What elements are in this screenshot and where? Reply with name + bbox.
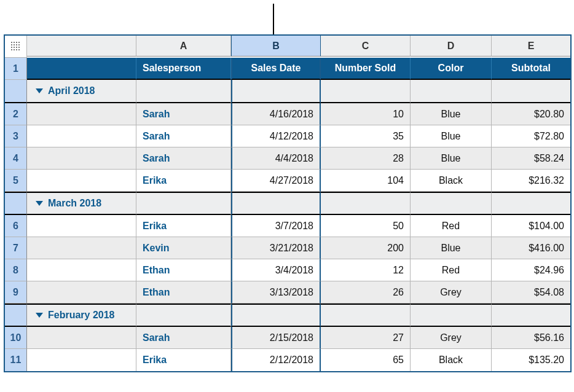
row-name-blank[interactable]: [27, 237, 136, 259]
row-number[interactable]: 3: [5, 125, 27, 147]
cell-subtotal[interactable]: $216.32: [492, 170, 570, 192]
cell-salesperson[interactable]: Erika: [136, 349, 231, 371]
cell-salesperson[interactable]: Sarah: [136, 147, 231, 170]
group-cell-d[interactable]: [411, 192, 492, 215]
cell-color[interactable]: Blue: [411, 147, 492, 170]
cell-sales-date[interactable]: 3/21/2018: [231, 237, 321, 259]
column-header-name-blank[interactable]: [27, 36, 136, 57]
cell-subtotal[interactable]: $54.08: [492, 281, 570, 304]
group-cell-a[interactable]: [136, 192, 231, 215]
header-number-sold[interactable]: Number Sold: [321, 58, 411, 80]
row-name-blank[interactable]: [27, 147, 136, 170]
cell-salesperson[interactable]: Erika: [136, 215, 231, 237]
column-header-c[interactable]: C: [321, 36, 411, 57]
group-cell-c[interactable]: [321, 80, 411, 103]
header-name-blank[interactable]: [27, 58, 136, 80]
cell-color[interactable]: Red: [411, 259, 492, 281]
group-cell-c[interactable]: [321, 192, 411, 215]
cell-number-sold[interactable]: 12: [321, 259, 411, 281]
cell-salesperson[interactable]: Ethan: [136, 281, 231, 304]
row-number[interactable]: 5: [5, 170, 27, 192]
row-number-blank[interactable]: [5, 80, 27, 103]
row-number[interactable]: 2: [5, 103, 27, 125]
row-name-blank[interactable]: [27, 327, 136, 349]
cell-sales-date[interactable]: 4/12/2018: [231, 125, 321, 147]
cell-subtotal[interactable]: $56.16: [492, 327, 570, 349]
group-cell-e[interactable]: [492, 304, 570, 327]
group-cell-b[interactable]: [231, 192, 321, 215]
column-header-d[interactable]: D: [411, 36, 492, 57]
cell-color[interactable]: Black: [411, 170, 492, 192]
cell-salesperson[interactable]: Sarah: [136, 125, 231, 147]
row-number[interactable]: 9: [5, 281, 27, 304]
header-salesperson[interactable]: Salesperson: [136, 58, 231, 80]
cell-color[interactable]: Blue: [411, 125, 492, 147]
cell-color[interactable]: Grey: [411, 281, 492, 304]
row-name-blank[interactable]: [27, 125, 136, 147]
cell-number-sold[interactable]: 28: [321, 147, 411, 170]
select-all-handle[interactable]: [5, 36, 27, 58]
cell-subtotal[interactable]: $135.20: [492, 349, 570, 371]
cell-salesperson[interactable]: Sarah: [136, 327, 231, 349]
cell-number-sold[interactable]: 50: [321, 215, 411, 237]
group-cell-d[interactable]: [411, 304, 492, 327]
cell-salesperson[interactable]: Erika: [136, 170, 231, 192]
group-cell-a[interactable]: [136, 304, 231, 327]
row-name-blank[interactable]: [27, 349, 136, 371]
group-cell-c[interactable]: [321, 304, 411, 327]
cell-number-sold[interactable]: 65: [321, 349, 411, 371]
cell-number-sold[interactable]: 104: [321, 170, 411, 192]
cell-number-sold[interactable]: 27: [321, 327, 411, 349]
cell-salesperson[interactable]: Sarah: [136, 103, 231, 125]
cell-subtotal[interactable]: $24.96: [492, 259, 570, 281]
cell-number-sold[interactable]: 35: [321, 125, 411, 147]
cell-subtotal[interactable]: $58.24: [492, 147, 570, 170]
cell-sales-date[interactable]: 4/4/2018: [231, 147, 321, 170]
group-toggle[interactable]: April 2018: [27, 80, 136, 103]
row-number[interactable]: 4: [5, 147, 27, 170]
cell-subtotal[interactable]: $416.00: [492, 237, 570, 259]
group-cell-a[interactable]: [136, 80, 231, 103]
header-color[interactable]: Color: [411, 58, 492, 80]
cell-number-sold[interactable]: 10: [321, 103, 411, 125]
cell-color[interactable]: Grey: [411, 327, 492, 349]
cell-subtotal[interactable]: $104.00: [492, 215, 570, 237]
row-name-blank[interactable]: [27, 103, 136, 125]
row-number[interactable]: 10: [5, 327, 27, 349]
cell-number-sold[interactable]: 26: [321, 281, 411, 304]
group-toggle[interactable]: March 2018: [27, 192, 136, 215]
column-header-a[interactable]: A: [136, 36, 231, 57]
row-name-blank[interactable]: [27, 281, 136, 304]
cell-sales-date[interactable]: 4/16/2018: [231, 103, 321, 125]
row-number[interactable]: 7: [5, 237, 27, 259]
row-name-blank[interactable]: [27, 170, 136, 192]
cell-sales-date[interactable]: 3/4/2018: [231, 259, 321, 281]
cell-salesperson[interactable]: Kevin: [136, 237, 231, 259]
row-number-1[interactable]: 1: [5, 58, 27, 80]
cell-sales-date[interactable]: 3/13/2018: [231, 281, 321, 304]
cell-color[interactable]: Blue: [411, 103, 492, 125]
group-cell-b[interactable]: [231, 80, 321, 103]
row-number[interactable]: 6: [5, 215, 27, 237]
cell-subtotal[interactable]: $72.80: [492, 125, 570, 147]
group-toggle[interactable]: February 2018: [27, 304, 136, 327]
group-cell-e[interactable]: [492, 80, 570, 103]
column-header-e[interactable]: E: [492, 36, 570, 57]
cell-sales-date[interactable]: 2/15/2018: [231, 327, 321, 349]
column-header-b[interactable]: B: [231, 36, 321, 57]
cell-subtotal[interactable]: $20.80: [492, 103, 570, 125]
cell-salesperson[interactable]: Ethan: [136, 259, 231, 281]
cell-number-sold[interactable]: 200: [321, 237, 411, 259]
cell-sales-date[interactable]: 2/12/2018: [231, 349, 321, 371]
cell-color[interactable]: Black: [411, 349, 492, 371]
cell-sales-date[interactable]: 3/7/2018: [231, 215, 321, 237]
row-number-blank[interactable]: [5, 192, 27, 215]
row-name-blank[interactable]: [27, 259, 136, 281]
row-number[interactable]: 11: [5, 349, 27, 371]
cell-color[interactable]: Red: [411, 215, 492, 237]
header-sales-date[interactable]: Sales Date: [231, 58, 321, 80]
group-cell-d[interactable]: [411, 80, 492, 103]
group-cell-e[interactable]: [492, 192, 570, 215]
row-number-blank[interactable]: [5, 304, 27, 327]
group-cell-b[interactable]: [231, 304, 321, 327]
